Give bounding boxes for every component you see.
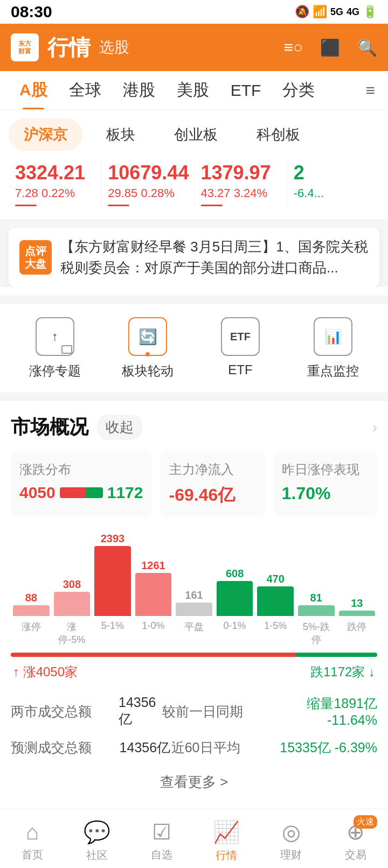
tab-hk-stocks[interactable]: 港股 [112, 71, 166, 110]
sector-rotation-icon: 🔄 [128, 317, 167, 356]
tab-a-stocks[interactable]: A股 [9, 71, 58, 110]
nav-wealth-label: 理财 [280, 848, 302, 862]
nav-wealth[interactable]: ◎ 理财 [259, 815, 323, 862]
tab-etf[interactable]: ETF [220, 71, 272, 110]
index-other[interactable]: 2 -6.4... [287, 162, 379, 206]
nav-community[interactable]: 💬 社区 [65, 815, 129, 863]
stats-value-forecast: 14356亿 [120, 739, 171, 757]
card2-label: 主力净流入 [169, 461, 256, 478]
shenzhen-value: 10679.44 [108, 162, 187, 184]
section-divider-1 [0, 393, 388, 401]
action-etf-label: ETF [228, 362, 252, 377]
bar-470-label: 470 [266, 573, 284, 584]
label-flat: 平盘 [176, 620, 212, 646]
trade-badge: 火速 [354, 815, 377, 829]
shenzhen-change: 29.85 0.28% [108, 186, 187, 200]
share-icon[interactable]: ⬛ [320, 38, 340, 57]
bar-1261-label: 1261 [141, 560, 165, 571]
stats-label-forecast: 预测成交总额 [11, 739, 119, 757]
rise-fall-progress-bar [11, 653, 377, 657]
subtab-star[interactable]: 科创板 [241, 118, 315, 151]
nav-market[interactable]: 📈 行情 [194, 815, 259, 863]
tab-menu-icon[interactable]: ≡ [361, 81, 379, 100]
bar-limit-up: 88 [13, 592, 50, 616]
5g-icon: 5G [330, 6, 343, 18]
card-net-inflow[interactable]: 主力净流入 -69.46亿 [161, 451, 265, 517]
bar-limit-down: 13 [339, 598, 376, 616]
index-shenzhen[interactable]: 10679.44 29.85 0.28% [101, 162, 194, 206]
chinext-change: 43.27 3.24% [201, 186, 280, 200]
index-chinext[interactable]: 1379.97 43.27 3.24% [195, 162, 287, 206]
market-section: 市场概况 收起 › 涨跌分布 4050 1172 主力净流入 -69.46亿 昨… [0, 401, 388, 815]
news-banner[interactable]: 点评 大盘 【东方财富财经早餐 3月5日周三】1、国务院关税税则委员会：对原产于… [9, 228, 379, 287]
stats-table: 两市成交总额 14356亿 较前一日同期 缩量1891亿 -11.64% 预测成… [11, 689, 377, 762]
etf-icon: ETF [221, 317, 260, 356]
tab-global[interactable]: 全球 [58, 71, 112, 110]
bar-308-body [54, 592, 91, 616]
action-limit-up-label: 涨停专题 [29, 362, 81, 380]
bar-2393-label: 2393 [101, 533, 125, 544]
bar-470-body [257, 586, 294, 616]
bar-13-label: 13 [351, 598, 363, 608]
index-shanghai[interactable]: 3324.21 7.28 0.22% [9, 162, 101, 206]
nav-home[interactable]: ⌂ 首页 [0, 816, 65, 862]
card3-value: 1.70% [282, 484, 369, 503]
nav-trade[interactable]: 火速 ⊕ 交易 [323, 815, 388, 862]
tab-us-stocks[interactable]: 美股 [166, 71, 220, 110]
market-collapse-btn[interactable]: 收起 [97, 415, 142, 440]
shanghai-value: 3324.21 [15, 162, 94, 184]
card-rise-fall-distribution[interactable]: 涨跌分布 4050 1172 [11, 451, 152, 517]
card2-value: -69.46亿 [169, 484, 256, 507]
tab-category[interactable]: 分类 [272, 71, 325, 110]
bar-5-1: 2393 [94, 533, 131, 616]
label-5-1: 5-1% [94, 620, 131, 646]
subtab-chinext[interactable]: 创业板 [159, 118, 233, 151]
news-badge: 点评 大盘 [19, 240, 52, 275]
bar-5-limit: 81 [298, 592, 335, 616]
card3-label: 昨日涨停表现 [282, 461, 369, 478]
label-1-5: 1-5% [257, 620, 294, 646]
action-limit-up[interactable]: ↑ 涨停专题 [9, 317, 101, 380]
index-row: 3324.21 7.28 0.22% 10679.44 29.85 0.28% … [0, 151, 388, 219]
stats-label-compare: 较前一日同期 [162, 703, 270, 720]
bar-13-body [339, 611, 376, 616]
sub-tab-bar: 沪深京 板块 创业板 科创板 [0, 110, 388, 151]
stats-row-2: 预测成交总额 14356亿 近60日平均 15335亿 -6.39% [11, 733, 377, 762]
nav-trade-label: 交易 [345, 848, 366, 862]
fall-summary-text: 跌1172家 ↓ [310, 663, 375, 681]
rise-fall-summary: ↑ 涨4050家 跌1172家 ↓ [11, 663, 377, 681]
market-section-title: 市场概况 [11, 414, 88, 440]
subtab-shanghai-shenzhen[interactable]: 沪深京 [9, 118, 82, 151]
search-icon[interactable]: 🔍 [357, 38, 377, 57]
nav-community-label: 社区 [86, 848, 108, 863]
shanghai-change: 7.28 0.22% [15, 186, 94, 200]
action-etf[interactable]: ETF ETF [194, 317, 287, 380]
settings-icon[interactable]: ≡○ [283, 38, 303, 57]
select-stocks-label[interactable]: 选股 [99, 37, 129, 58]
battery-icon: 🔋 [363, 5, 377, 19]
label-1-0: 1-0% [135, 620, 172, 646]
status-bar: 08:30 🔕 📶 5G 4G 🔋 [0, 0, 388, 24]
distribution-bar-chart: 88 308 2393 1261 161 608 470 81 [11, 530, 377, 616]
shenzhen-indicator [108, 205, 129, 206]
bar-1-5: 470 [257, 573, 294, 616]
bar-2393-body [94, 546, 131, 616]
market-header: 市场概况 收起 › [11, 414, 377, 440]
limit-up-icon: ↑ [36, 317, 74, 356]
wealth-icon: ◎ [282, 820, 301, 844]
more-button[interactable]: 查看更多 > [11, 773, 377, 792]
card-yesterday-limit[interactable]: 昨日涨停表现 1.70% [273, 451, 377, 517]
action-monitor[interactable]: 📊 重点监控 [287, 317, 379, 380]
action-sector-rotation[interactable]: 🔄 板块轮动 [101, 317, 194, 380]
monitor-icon: 📊 [314, 317, 352, 356]
shanghai-indicator [15, 205, 37, 206]
4g-icon: 4G [347, 6, 359, 18]
nav-watchlist-label: 自选 [151, 848, 172, 862]
subtab-sector[interactable]: 板块 [91, 118, 150, 151]
label-limit-up: 涨停 [13, 620, 50, 646]
bar-308-label: 308 [63, 579, 81, 590]
nav-watchlist[interactable]: ☑ 自选 [129, 815, 194, 862]
bar-bottom-labels: 涨停 涨停-5% 5-1% 1-0% 平盘 0-1% 1-5% 5%-跌停 跌停 [11, 620, 377, 646]
bar-81-body [298, 605, 335, 616]
bar-161-label: 161 [185, 590, 203, 600]
